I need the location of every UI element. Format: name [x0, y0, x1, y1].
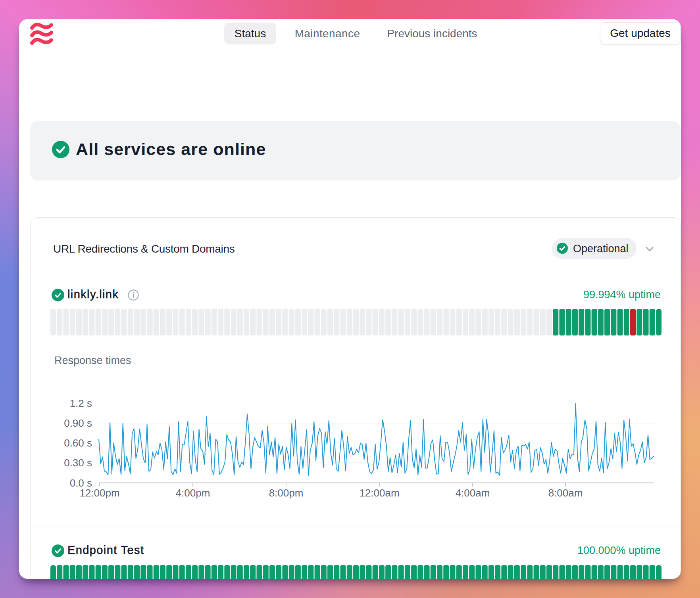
svg-text:8:00pm: 8:00pm: [269, 487, 304, 499]
svg-text:4:00am: 4:00am: [456, 487, 490, 499]
svg-text:0.30 s: 0.30 s: [64, 457, 92, 469]
svg-text:12:00pm: 12:00pm: [79, 487, 119, 499]
svg-text:1.2 s: 1.2 s: [70, 397, 92, 409]
svg-text:0.90 s: 0.90 s: [64, 417, 92, 429]
svg-text:8:00am: 8:00am: [548, 487, 583, 499]
svg-text:4:00pm: 4:00pm: [176, 487, 210, 499]
svg-text:0.60 s: 0.60 s: [64, 437, 92, 449]
svg-text:12:00am: 12:00am: [359, 487, 399, 499]
